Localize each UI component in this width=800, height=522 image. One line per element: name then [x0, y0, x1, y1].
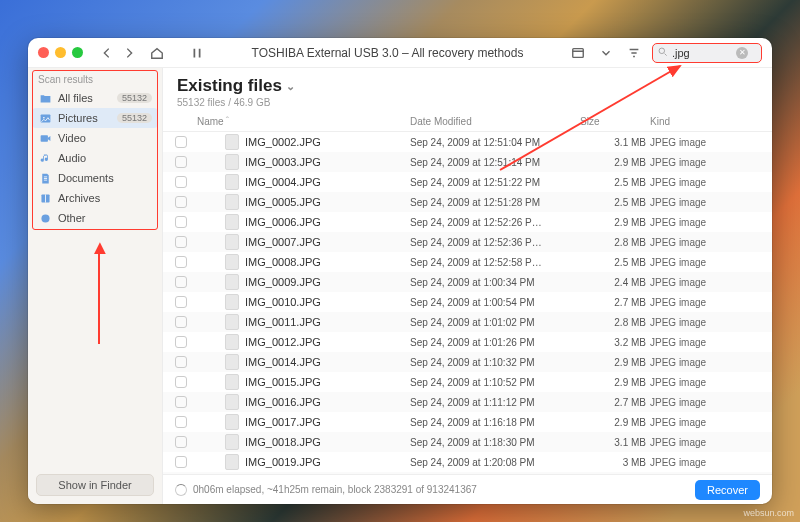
svg-point-3 [43, 116, 45, 118]
sidebar-item-label: All files [58, 92, 93, 104]
table-row[interactable]: IMG_0005.JPG Sep 24, 2009 at 12:51:28 PM… [163, 192, 772, 212]
row-checkbox[interactable] [175, 196, 187, 208]
file-date: Sep 24, 2009 at 1:01:26 PM [410, 337, 580, 348]
section-title-label: Existing files [177, 76, 282, 96]
sidebar-item-archives[interactable]: Archives [28, 188, 162, 208]
row-checkbox[interactable] [175, 416, 187, 428]
row-checkbox[interactable] [175, 356, 187, 368]
table-row[interactable]: IMG_0016.JPG Sep 24, 2009 at 1:11:12 PM … [163, 392, 772, 412]
close-window-button[interactable] [38, 47, 49, 58]
file-name: IMG_0008.JPG [245, 256, 321, 268]
column-date[interactable]: Date Modified [410, 116, 580, 127]
show-in-finder-button[interactable]: Show in Finder [36, 474, 154, 496]
recover-button[interactable]: Recover [695, 480, 760, 500]
sidebar-item-pictures[interactable]: Pictures55132 [32, 108, 158, 128]
sidebar-item-label: Documents [58, 172, 114, 184]
table-row[interactable]: IMG_0009.JPG Sep 24, 2009 at 1:00:34 PM … [163, 272, 772, 292]
file-icon [225, 394, 239, 410]
file-date: Sep 24, 2009 at 12:51:14 PM [410, 157, 580, 168]
file-date: Sep 24, 2009 at 1:01:02 PM [410, 317, 580, 328]
view-mode-button[interactable] [568, 43, 588, 63]
table-row[interactable]: IMG_0004.JPG Sep 24, 2009 at 12:51:22 PM… [163, 172, 772, 192]
forward-button[interactable] [119, 43, 139, 63]
home-button[interactable] [147, 43, 167, 63]
search-field[interactable]: ✕ [652, 43, 762, 63]
section-title[interactable]: Existing files ⌄ [177, 76, 758, 96]
file-list[interactable]: IMG_0002.JPG Sep 24, 2009 at 12:51:04 PM… [163, 132, 772, 474]
column-kind[interactable]: Kind [650, 116, 760, 127]
file-date: Sep 24, 2009 at 1:00:34 PM [410, 277, 580, 288]
file-name: IMG_0016.JPG [245, 396, 321, 408]
column-size[interactable]: Size [580, 116, 650, 127]
filter-button[interactable] [624, 43, 644, 63]
zoom-window-button[interactable] [72, 47, 83, 58]
table-row[interactable]: IMG_0010.JPG Sep 24, 2009 at 1:00:54 PM … [163, 292, 772, 312]
row-checkbox[interactable] [175, 336, 187, 348]
table-row[interactable]: IMG_0002.JPG Sep 24, 2009 at 12:51:04 PM… [163, 132, 772, 152]
table-row[interactable]: IMG_0012.JPG Sep 24, 2009 at 1:01:26 PM … [163, 332, 772, 352]
file-kind: JPEG image [650, 157, 760, 168]
row-checkbox[interactable] [175, 176, 187, 188]
row-checkbox[interactable] [175, 136, 187, 148]
file-date: Sep 24, 2009 at 1:16:18 PM [410, 417, 580, 428]
minimize-window-button[interactable] [55, 47, 66, 58]
file-kind: JPEG image [650, 257, 760, 268]
table-row[interactable]: IMG_0003.JPG Sep 24, 2009 at 12:51:14 PM… [163, 152, 772, 172]
back-button[interactable] [97, 43, 117, 63]
row-checkbox[interactable] [175, 216, 187, 228]
sidebar-item-video[interactable]: Video [28, 128, 162, 148]
column-name[interactable]: Nameˆ [197, 116, 410, 127]
video-icon [38, 131, 52, 145]
file-date: Sep 24, 2009 at 12:52:58 P… [410, 257, 580, 268]
window-controls [38, 47, 83, 58]
chevron-down-icon[interactable] [596, 43, 616, 63]
spinner-icon [175, 484, 187, 496]
main-panel: Existing files ⌄ 55132 files / 46.9 GB N… [163, 68, 772, 504]
clear-search-button[interactable]: ✕ [736, 47, 748, 59]
row-checkbox[interactable] [175, 256, 187, 268]
picture-icon [38, 111, 52, 125]
table-row[interactable]: IMG_0014.JPG Sep 24, 2009 at 1:10:32 PM … [163, 352, 772, 372]
table-row[interactable]: IMG_0006.JPG Sep 24, 2009 at 12:52:26 P…… [163, 212, 772, 232]
file-date: Sep 24, 2009 at 12:52:26 P… [410, 217, 580, 228]
file-icon [225, 194, 239, 210]
file-size: 2.9 MB [580, 157, 650, 168]
file-icon [225, 334, 239, 350]
table-row[interactable]: IMG_0011.JPG Sep 24, 2009 at 1:01:02 PM … [163, 312, 772, 332]
pause-button[interactable] [187, 43, 207, 63]
sidebar-item-other[interactable]: Other [28, 208, 162, 228]
file-size: 3.1 MB [580, 437, 650, 448]
file-size: 2.7 MB [580, 397, 650, 408]
row-checkbox[interactable] [175, 456, 187, 468]
row-checkbox[interactable] [175, 376, 187, 388]
table-header: Nameˆ Date Modified Size Kind [163, 112, 772, 132]
table-row[interactable]: IMG_0018.JPG Sep 24, 2009 at 1:18:30 PM … [163, 432, 772, 452]
table-row[interactable]: IMG_0017.JPG Sep 24, 2009 at 1:16:18 PM … [163, 412, 772, 432]
file-name: IMG_0005.JPG [245, 196, 321, 208]
file-size: 2.8 MB [580, 237, 650, 248]
file-icon [225, 374, 239, 390]
file-size: 2.5 MB [580, 197, 650, 208]
row-checkbox[interactable] [175, 236, 187, 248]
search-input[interactable] [672, 47, 732, 59]
row-checkbox[interactable] [175, 396, 187, 408]
file-size: 2.9 MB [580, 377, 650, 388]
row-checkbox[interactable] [175, 156, 187, 168]
table-row[interactable]: IMG_0007.JPG Sep 24, 2009 at 12:52:36 P…… [163, 232, 772, 252]
row-checkbox[interactable] [175, 276, 187, 288]
row-checkbox[interactable] [175, 436, 187, 448]
row-checkbox[interactable] [175, 316, 187, 328]
sidebar-item-label: Video [58, 132, 86, 144]
sidebar-item-audio[interactable]: Audio [28, 148, 162, 168]
row-checkbox[interactable] [175, 296, 187, 308]
file-date: Sep 24, 2009 at 12:51:22 PM [410, 177, 580, 188]
sidebar-item-documents[interactable]: Documents [28, 168, 162, 188]
table-row[interactable]: IMG_0008.JPG Sep 24, 2009 at 12:52:58 P…… [163, 252, 772, 272]
sidebar-item-all-files[interactable]: All files55132 [28, 88, 162, 108]
table-row[interactable]: IMG_0019.JPG Sep 24, 2009 at 1:20:08 PM … [163, 452, 772, 472]
file-size: 2.7 MB [580, 297, 650, 308]
file-size: 3.2 MB [580, 337, 650, 348]
sidebar-item-badge: 55132 [117, 113, 152, 123]
svg-rect-4 [40, 135, 47, 142]
table-row[interactable]: IMG_0015.JPG Sep 24, 2009 at 1:10:52 PM … [163, 372, 772, 392]
